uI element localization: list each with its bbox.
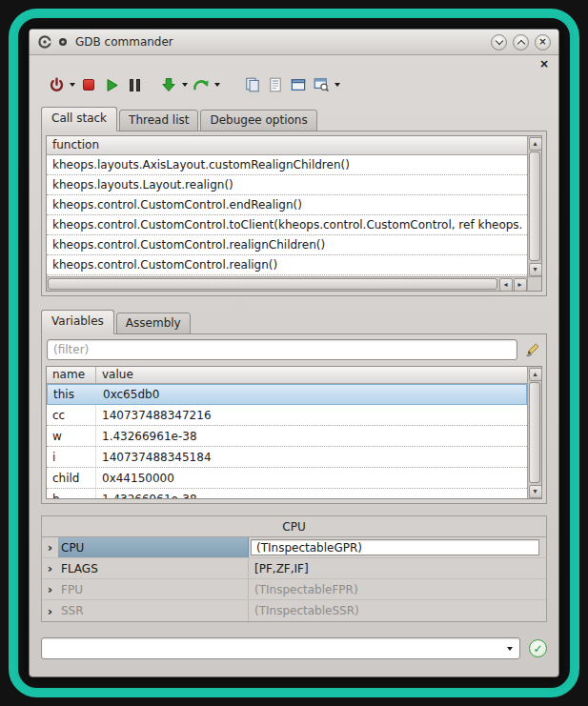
chevron-down-icon (495, 36, 502, 44)
callstack-table: function kheops.layouts.AxisLayout.custo… (46, 135, 542, 292)
window-title: GDB commander (75, 35, 173, 49)
variable-value: 1.43266961e-38 (96, 493, 197, 499)
scrollbar-thumb[interactable] (529, 382, 540, 483)
expander-icon[interactable]: › (42, 579, 58, 599)
callstack-column-header[interactable]: function (47, 136, 527, 155)
debug-toolbar (30, 70, 558, 101)
cpu-row[interactable]: ›FLAGS[PF,ZF,IF] (42, 558, 546, 579)
check-icon: ✓ (533, 642, 542, 656)
scroll-up-button[interactable]: ▴ (529, 137, 542, 151)
variable-name: i (47, 447, 96, 467)
gdb-commander-window: GDB commander × × (29, 29, 559, 677)
step-into-dropdown-icon[interactable] (180, 74, 190, 95)
column-header-name[interactable]: name (47, 367, 96, 383)
callstack-row[interactable]: kheops.control.CustomControl.toClient(kh… (47, 215, 527, 235)
tab-call-stack[interactable]: Call stack (41, 107, 117, 131)
callstack-horizontal-scrollbar[interactable]: ◂ ▸ (47, 276, 527, 291)
filter-row (47, 339, 541, 360)
cpu-inspector: CPU ›CPU(TInspectableGPR)›FLAGS[PF,ZF,IF… (41, 515, 547, 622)
cpu-row[interactable]: ›CPU(TInspectableGPR) (42, 537, 546, 558)
variable-name: cc (47, 405, 96, 425)
callstack-row[interactable]: kheops.layouts.Layout.realign() (47, 175, 527, 195)
mid-tabbar: VariablesAssembly (41, 310, 547, 334)
inspect-button[interactable] (310, 74, 333, 95)
window-pin-icon[interactable] (58, 37, 68, 47)
dock-close-icon[interactable]: × (539, 58, 549, 70)
expander-icon[interactable]: › (42, 537, 58, 557)
pause-button[interactable] (123, 74, 146, 95)
inspect-icon (314, 77, 330, 92)
close-icon: × (538, 37, 546, 47)
listing-button[interactable] (264, 74, 287, 95)
callstack-row[interactable]: kheops.control.CustomControl.realign() (47, 255, 527, 275)
cpu-row-value[interactable]: (TInspectableGPR) (251, 539, 539, 555)
cpu-row-label: SSR (58, 600, 249, 621)
variable-value: 140737488347216 (96, 409, 212, 422)
scroll-up-button[interactable]: ▴ (529, 368, 542, 381)
scrollbar-thumb[interactable] (529, 151, 540, 261)
variable-row[interactable]: i140737488345184 (47, 447, 527, 468)
variables-table: name value this0xc65db0cc140737488347216… (46, 366, 542, 499)
callstack-vertical-scrollbar[interactable]: ▴ ▾ (527, 136, 541, 276)
maximize-button[interactable] (513, 34, 529, 50)
command-combobox[interactable] (41, 637, 520, 659)
cpu-panel-title: CPU (42, 516, 546, 536)
variable-row[interactable]: w1.43266961e-38 (47, 426, 527, 447)
step-over-button[interactable] (190, 74, 213, 95)
run-button[interactable] (100, 74, 123, 95)
callstack-panel: function kheops.layouts.AxisLayout.custo… (41, 131, 547, 296)
callstack-row[interactable]: kheops.control.CustomControl.realignChil… (47, 235, 527, 255)
scroll-down-button[interactable]: ▾ (529, 485, 542, 498)
dock-header: × (30, 55, 558, 70)
step-into-button[interactable] (157, 74, 180, 95)
tab-thread-list[interactable]: Thread list (119, 110, 198, 131)
power-button[interactable] (45, 74, 68, 95)
combo-dropdown-icon[interactable] (500, 638, 519, 658)
variable-row[interactable]: this0xc65db0 (47, 384, 527, 405)
variable-row[interactable]: b1.43266961e-38 (47, 489, 527, 498)
watch-window-button[interactable] (287, 74, 310, 95)
variable-row[interactable]: child0x44150000 (47, 468, 527, 489)
scroll-left-button[interactable]: ◂ (499, 278, 513, 292)
expander-icon[interactable]: › (42, 558, 58, 578)
power-dropdown-icon[interactable] (68, 74, 77, 95)
tab-debugee-options[interactable]: Debugee options (200, 110, 316, 131)
watch-window-icon (291, 77, 306, 92)
cpu-row-label: CPU (58, 537, 249, 557)
callstack-row[interactable]: kheops.control.CustomControl.endRealign(… (47, 195, 527, 215)
step-over-dropdown-icon[interactable] (213, 74, 222, 95)
cpu-row[interactable]: ›FPU(TInspectableFPR) (42, 579, 546, 600)
close-button[interactable]: × (535, 34, 551, 50)
expander-icon[interactable]: › (42, 600, 58, 621)
confirm-button[interactable]: ✓ (529, 639, 547, 657)
documents-icon (245, 77, 260, 92)
titlebar[interactable]: GDB commander × (30, 30, 558, 55)
variable-name: w (47, 426, 96, 446)
tab-assembly[interactable]: Assembly (116, 313, 191, 334)
desktop-background: { "window": { "title": "GDB commander" }… (0, 0, 588, 706)
variable-value: 1.43266961e-38 (96, 430, 197, 443)
variables-vertical-scrollbar[interactable]: ▴ ▾ (527, 367, 541, 498)
variable-value: 0xc65db0 (97, 388, 159, 401)
variable-row[interactable]: cc140737488347216 (47, 405, 527, 426)
cpu-row-label: FLAGS (58, 558, 249, 578)
filter-input[interactable] (47, 339, 517, 360)
documents-button[interactable] (241, 74, 264, 95)
cpu-row[interactable]: ›SSR(TInspectableSSR) (42, 600, 546, 621)
scrollbar-thumb[interactable] (48, 278, 497, 290)
column-header-value[interactable]: value (96, 367, 139, 383)
scroll-down-button[interactable]: ▾ (529, 263, 542, 276)
cpu-row-value: (TInspectableFPR) (249, 579, 546, 599)
callstack-row[interactable]: kheops.layouts.AxisLayout.customRealignC… (47, 155, 527, 175)
inspect-dropdown-icon[interactable] (333, 74, 342, 95)
variable-name: b (47, 489, 96, 498)
top-tabbar: Call stackThread listDebugee options (41, 107, 547, 131)
scroll-right-button[interactable]: ▸ (514, 278, 527, 292)
tab-variables[interactable]: Variables (41, 310, 114, 334)
filter-pen-icon[interactable] (524, 342, 541, 357)
minimize-button[interactable] (491, 34, 507, 50)
stop-button[interactable] (77, 74, 100, 95)
variables-panel: name value this0xc65db0cc140737488347216… (41, 333, 547, 504)
run-icon (105, 78, 119, 92)
cpu-grid: ›CPU(TInspectableGPR)›FLAGS[PF,ZF,IF]›FP… (42, 536, 546, 621)
